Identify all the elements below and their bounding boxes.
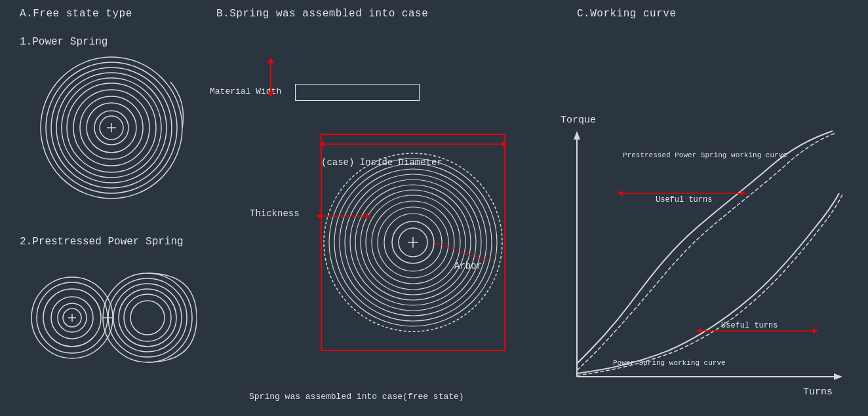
- working-curve: [570, 128, 852, 390]
- assembled-label: Spring was assembled into case(free stat…: [249, 392, 464, 402]
- useful-turns-1-label: Useful turns: [656, 195, 712, 204]
- svg-marker-46: [316, 214, 321, 219]
- power-spring-free: [33, 49, 190, 206]
- prestressed-curve-label: Prestressed Power Spring working curve: [623, 151, 787, 161]
- prestressed-label-left: 2.Prestressed Power Spring: [20, 236, 184, 248]
- section-header-a: A.Free state type: [20, 8, 132, 20]
- svg-point-21: [103, 273, 192, 362]
- svg-marker-61: [813, 328, 818, 333]
- material-width-arrow-line: [270, 59, 271, 93]
- svg-marker-58: [741, 191, 746, 196]
- section-header-b: B.Spring was assembled into case: [216, 8, 428, 20]
- svg-marker-60: [696, 328, 701, 333]
- torque-label: Torque: [561, 115, 596, 126]
- prestressed-spring-free: [20, 255, 197, 380]
- main-container: A.Free state type B.Spring was assembled…: [0, 0, 868, 416]
- case-inside-diameter-label: (case) Inside Diameter: [321, 157, 443, 168]
- svg-marker-57: [618, 191, 623, 196]
- svg-marker-55: [834, 373, 842, 380]
- svg-point-24: [119, 289, 176, 347]
- thickness-label: Thickness: [250, 208, 300, 219]
- svg-point-25: [124, 294, 171, 341]
- power-spring-label: 1.Power Spring: [20, 36, 108, 48]
- turns-label: Turns: [803, 387, 833, 398]
- material-width-box: [295, 84, 420, 101]
- material-width-arrow-bottom: [267, 92, 274, 97]
- svg-marker-54: [574, 131, 580, 140]
- svg-point-26: [130, 301, 165, 335]
- useful-turns-2-label: Useful turns: [721, 321, 778, 330]
- svg-point-22: [108, 278, 187, 357]
- spring-in-case: [302, 115, 524, 370]
- arbor-label: Arbor: [454, 261, 482, 271]
- power-spring-curve-label: Power Spring working curve: [613, 359, 726, 367]
- section-header-c: C.Working curve: [577, 8, 677, 20]
